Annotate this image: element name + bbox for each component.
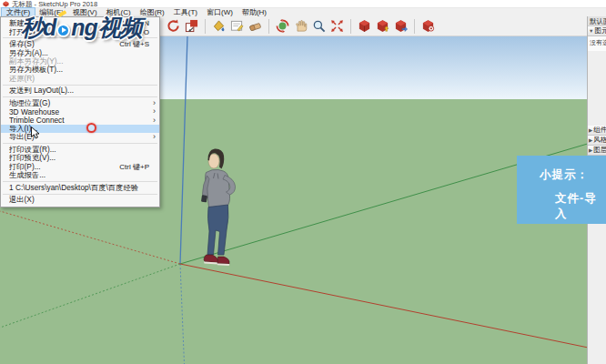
eraser-button[interactable] <box>247 18 263 34</box>
submenu-arrow-icon: › <box>150 107 156 116</box>
submenu-arrow-icon: › <box>150 116 156 125</box>
share-component-icon <box>394 19 408 33</box>
get-models-button[interactable] <box>357 18 372 34</box>
sketchup-logo-icon <box>3 1 9 7</box>
eraser-icon <box>248 19 262 33</box>
file-menu-item-exit[interactable]: 退出(X) <box>1 196 159 204</box>
share-model-icon <box>376 19 389 33</box>
share-model-button[interactable] <box>375 18 390 34</box>
menubar-window[interactable]: 窗口(W) <box>202 8 237 16</box>
watermark: 秒d ng 视频 <box>21 14 142 41</box>
watermark-text-2: ng <box>71 14 97 41</box>
extension-warehouse-button[interactable] <box>420 18 436 34</box>
pan-icon <box>294 19 308 33</box>
file-menu-item-geo-location[interactable]: 地理位置(G) › <box>1 99 159 107</box>
separator <box>268 19 269 34</box>
file-menu-item-send-to-layout[interactable]: 发送到 LayOut(L)... <box>1 86 159 95</box>
panel-entity-info: ▼ 图元信息 没有选择任何内容 <box>588 26 606 51</box>
orbit-icon <box>276 19 289 33</box>
expander-arrow-icon: ▶ <box>589 147 592 153</box>
watermark-text-3: 视频 <box>98 14 142 41</box>
make-component-button[interactable] <box>184 18 199 34</box>
paint-bucket-icon <box>212 19 226 33</box>
get-models-icon <box>358 19 371 33</box>
redo-button[interactable] <box>166 18 181 34</box>
zoom-icon <box>312 19 326 33</box>
panel-styles: ▶ 风格 <box>588 136 606 146</box>
play-icon <box>56 24 70 37</box>
file-menu-item-export[interactable]: 导出(E) › <box>1 133 159 141</box>
tip-box: 小提示： 文件-导入 <box>517 156 606 224</box>
file-menu-dropdown: 新建(N) Ctrl 键+N 打开(O)... Ctrl 键+O 保存(S) C… <box>0 16 160 207</box>
default-tray-title: 默认面板 <box>588 16 606 26</box>
submenu-arrow-icon: › <box>150 133 156 141</box>
share-component-button[interactable] <box>393 18 409 34</box>
file-menu-item-generate-report[interactable]: 生成报告... <box>1 171 159 179</box>
menubar-help[interactable]: 帮助(H) <box>237 8 271 16</box>
orbit-button[interactable] <box>275 18 290 34</box>
menubar-tools[interactable]: 工具(T) <box>169 8 202 16</box>
separator <box>414 19 415 34</box>
zoom-button[interactable] <box>311 18 327 34</box>
file-menu-item-revert: 还原(R) <box>1 75 159 83</box>
mouse-cursor-icon <box>31 126 40 143</box>
tip-text: 文件-导入 <box>555 191 606 222</box>
text-label-button[interactable] <box>229 18 245 34</box>
expander-arrow-icon: ▶ <box>589 127 592 133</box>
file-menu-item-3d-warehouse[interactable]: 3D Warehouse › <box>1 107 159 116</box>
title-bar[interactable]: 无标题 - SketchUp Pro 2018 <box>0 0 606 8</box>
panel-components: ▶ 组件 <box>588 126 606 136</box>
pan-button[interactable] <box>293 18 308 34</box>
separator <box>205 19 206 34</box>
text-label-icon <box>230 19 244 33</box>
click-indicator-ring <box>86 123 96 133</box>
zoom-extents-icon <box>330 19 344 33</box>
make-component-icon <box>185 19 198 33</box>
separator <box>350 19 351 34</box>
section-body: 没有选择任何内容 <box>588 36 606 51</box>
expander-arrow-icon: ▶ <box>589 137 592 143</box>
extension-warehouse-icon <box>421 19 435 33</box>
watermark-text-1: 秒d <box>21 14 56 41</box>
window-title: 无标题 - SketchUp Pro 2018 <box>12 0 97 8</box>
tip-title: 小提示： <box>540 167 606 183</box>
paint-bucket-button[interactable] <box>211 18 227 34</box>
zoom-extents-button[interactable] <box>329 18 345 34</box>
redo-icon <box>167 19 180 33</box>
expander-arrow-icon: ▼ <box>589 28 593 34</box>
panel-layers: ▶ 图层 <box>588 146 606 156</box>
file-menu-item-recent-file-1[interactable]: 1 C:\Users\yan\Desktop\百度\百度经验 <box>1 184 159 192</box>
tray-sections: ▼ 图元信息 没有选择任何内容 ▶ 组件 ▶ 风格 ▶ 图 <box>588 26 606 156</box>
